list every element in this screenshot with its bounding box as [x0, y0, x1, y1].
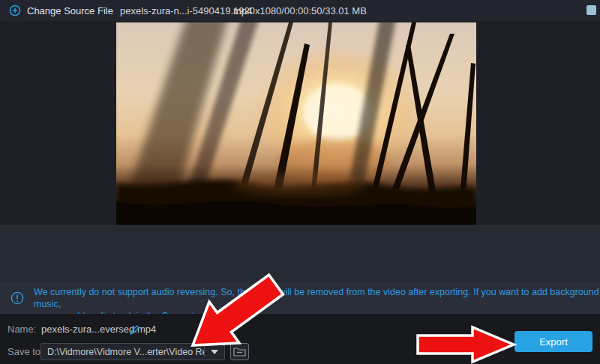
save-path-value: D:\Vidmore\Vidmore V...erter\Video Rever… [41, 347, 204, 357]
change-source-file-label: Change Source File [27, 5, 113, 16]
name-label: Name: [8, 324, 36, 335]
change-source-file-button[interactable]: Change Source File [9, 4, 113, 16]
plus-circle-icon [9, 4, 21, 16]
window-corner-icon[interactable] [586, 5, 596, 15]
notice-line1: We currently do not support audio revers… [34, 286, 600, 310]
source-filename: pexels-zura-n...i-5490419.mp4 [120, 5, 252, 16]
header-bar: Change Source File pexels-zura-n...i-549… [0, 0, 600, 21]
video-reverser-window: Change Source File pexels-zura-n...i-549… [0, 0, 600, 364]
browse-folder-button[interactable] [230, 343, 249, 360]
edit-name-icon[interactable] [129, 324, 140, 336]
folder-icon [233, 347, 246, 357]
audio-notice: We currently do not support audio revers… [0, 282, 600, 314]
dropdown-arrow-icon[interactable] [205, 350, 224, 354]
export-button[interactable]: Export [514, 331, 592, 352]
video-frame [116, 22, 476, 225]
preview-area [0, 21, 600, 225]
exclamation-circle-icon [10, 291, 24, 305]
save-to-label: Save to: [8, 346, 44, 357]
sunset-grass-video-still [116, 22, 476, 225]
export-panel: Name: pexels-zura...eversed.mp4 Save to:… [0, 314, 600, 364]
playback-controls: 00:00:37.09/00:00:50.00 [ Set Start Dura… [0, 225, 600, 282]
source-file-info: 1920x1080/00:00:50/33.01 MB [233, 5, 367, 16]
save-path-dropdown[interactable]: D:\Vidmore\Vidmore V...erter\Video Rever… [40, 343, 225, 360]
